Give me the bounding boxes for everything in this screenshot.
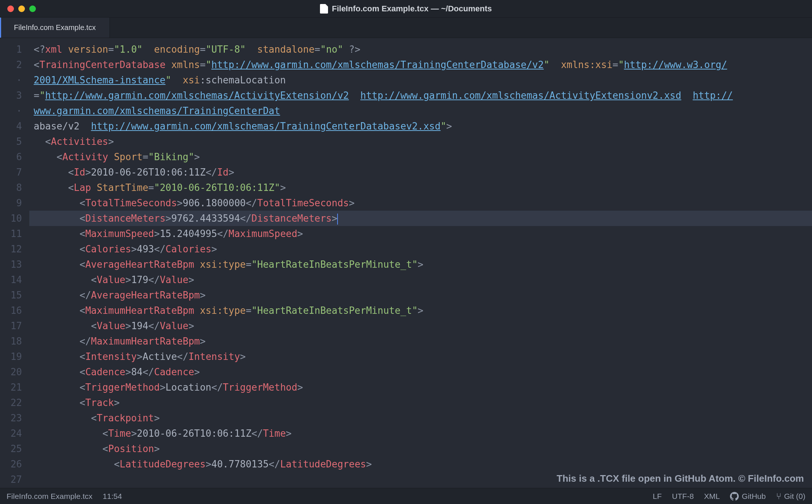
statusbar: FileInfo.com Example.tcx 11:54 LF UTF-8 … xyxy=(0,488,812,504)
text-cursor xyxy=(337,214,338,225)
line-number[interactable]: 27 xyxy=(0,472,22,487)
line-number-gutter[interactable]: 12·3·45678910111213141516171819202122232… xyxy=(0,38,29,488)
code-line[interactable]: <Id>2010-06-26T10:06:11Z</Id> xyxy=(29,165,812,180)
status-cursor-position[interactable]: 11:54 xyxy=(103,492,122,501)
line-number[interactable]: 6 xyxy=(0,149,22,165)
github-icon xyxy=(730,492,739,501)
line-number[interactable]: 20 xyxy=(0,364,22,380)
code-line[interactable]: <Activity Sport="Biking"> xyxy=(29,149,812,165)
status-encoding[interactable]: UTF-8 xyxy=(672,492,694,501)
code-line[interactable]: <MaximumSpeed>15.2404995</MaximumSpeed> xyxy=(29,226,812,241)
window-controls xyxy=(7,5,36,12)
code-line[interactable]: <LatitudeDegrees>40.7780135</LatitudeDeg… xyxy=(29,456,812,472)
line-number[interactable]: 14 xyxy=(0,272,22,287)
status-git-label: Git (0) xyxy=(784,492,805,501)
tab[interactable]: FileInfo.com Example.tcx xyxy=(0,18,110,38)
minimize-window-button[interactable] xyxy=(18,5,25,12)
line-number[interactable]: 3 xyxy=(0,88,22,103)
titlebar: FileInfo.com Example.tcx — ~/Documents xyxy=(0,0,812,18)
code-line[interactable]: <Position> xyxy=(29,441,812,456)
line-number[interactable]: 26 xyxy=(0,456,22,472)
editor[interactable]: 12·3·45678910111213141516171819202122232… xyxy=(0,38,812,488)
code-line[interactable]: <Intensity>Active</Intensity> xyxy=(29,349,812,364)
code-line[interactable]: <Lap StartTime="2010-06-26T10:06:11Z"> xyxy=(29,180,812,195)
line-number[interactable]: 21 xyxy=(0,380,22,395)
line-number[interactable]: 17 xyxy=(0,318,22,334)
code-line[interactable]: </AverageHeartRateBpm> xyxy=(29,287,812,303)
code-line[interactable]: </MaximumHeartRateBpm> xyxy=(29,334,812,349)
line-number[interactable]: 1 xyxy=(0,42,22,57)
file-icon xyxy=(320,4,328,14)
code-line[interactable]: <Time>2010-06-26T10:06:11Z</Time> xyxy=(29,426,812,441)
code-line[interactable]: <Track> xyxy=(29,395,812,410)
code-line[interactable]: <Calories>493</Calories> xyxy=(29,241,812,257)
code-line[interactable]: <Value>179</Value> xyxy=(29,272,812,287)
code-line[interactable]: 2001/XMLSchema-instance" xsi:schemaLocat… xyxy=(29,72,812,88)
line-number[interactable]: 16 xyxy=(0,303,22,318)
line-number[interactable]: 11 xyxy=(0,226,22,241)
maximize-window-button[interactable] xyxy=(29,5,36,12)
code-line[interactable]: ="http://www.garmin.com/xmlschemas/Activ… xyxy=(29,88,812,103)
code-line[interactable]: abase/v2 http://www.garmin.com/xmlschema… xyxy=(29,119,812,134)
line-number[interactable]: 25 xyxy=(0,441,22,456)
code-line[interactable]: <DistanceMeters>9762.4433594</DistanceMe… xyxy=(29,211,812,226)
line-number[interactable]: 12 xyxy=(0,241,22,257)
line-number[interactable]: · xyxy=(0,103,22,119)
close-window-button[interactable] xyxy=(7,5,14,12)
status-line-ending[interactable]: LF xyxy=(653,492,662,501)
line-number[interactable]: 4 xyxy=(0,119,22,134)
line-number[interactable]: 15 xyxy=(0,287,22,303)
line-number[interactable]: 18 xyxy=(0,334,22,349)
window-title: FileInfo.com Example.tcx — ~/Documents xyxy=(332,4,492,14)
line-number[interactable]: 23 xyxy=(0,410,22,426)
line-number[interactable]: 22 xyxy=(0,395,22,410)
status-github[interactable]: GitHub xyxy=(730,492,766,501)
line-number[interactable]: 10 xyxy=(0,211,22,226)
status-github-label: GitHub xyxy=(742,492,766,501)
code-line[interactable]: <TriggerMethod>Location</TriggerMethod> xyxy=(29,380,812,395)
code-area[interactable]: <?xml version="1.0" encoding="UTF-8" sta… xyxy=(29,38,812,488)
line-number[interactable]: 2 xyxy=(0,57,22,72)
watermark: This is a .TCX file open in GitHub Atom.… xyxy=(557,473,804,484)
line-number[interactable]: 13 xyxy=(0,257,22,272)
code-line[interactable]: <TotalTimeSeconds>906.1800000</TotalTime… xyxy=(29,195,812,211)
line-number[interactable]: 9 xyxy=(0,195,22,211)
code-line[interactable]: <MaximumHeartRateBpm xsi:type="HeartRate… xyxy=(29,303,812,318)
git-branch-icon: ⑂ xyxy=(776,491,781,501)
code-line[interactable]: <TrainingCenterDatabase xmlns="http://ww… xyxy=(29,57,812,72)
code-line[interactable]: <Activities> xyxy=(29,134,812,149)
line-number[interactable]: 19 xyxy=(0,349,22,364)
status-git[interactable]: ⑂ Git (0) xyxy=(776,491,805,501)
code-line[interactable]: <Cadence>84</Cadence> xyxy=(29,364,812,380)
line-number[interactable]: 7 xyxy=(0,165,22,180)
code-line[interactable]: <?xml version="1.0" encoding="UTF-8" sta… xyxy=(29,42,812,57)
line-number[interactable]: 8 xyxy=(0,180,22,195)
code-line[interactable]: <Value>194</Value> xyxy=(29,318,812,334)
status-grammar[interactable]: XML xyxy=(704,492,720,501)
code-line[interactable]: <AverageHeartRateBpm xsi:type="HeartRate… xyxy=(29,257,812,272)
tab-bar: FileInfo.com Example.tcx xyxy=(0,18,812,38)
line-number[interactable]: 24 xyxy=(0,426,22,441)
code-line[interactable]: <Trackpoint> xyxy=(29,410,812,426)
status-filename[interactable]: FileInfo.com Example.tcx xyxy=(7,492,93,501)
line-number[interactable]: 5 xyxy=(0,134,22,149)
code-line[interactable]: www.garmin.com/xmlschemas/TrainingCenter… xyxy=(29,103,812,119)
line-number[interactable]: · xyxy=(0,72,22,88)
